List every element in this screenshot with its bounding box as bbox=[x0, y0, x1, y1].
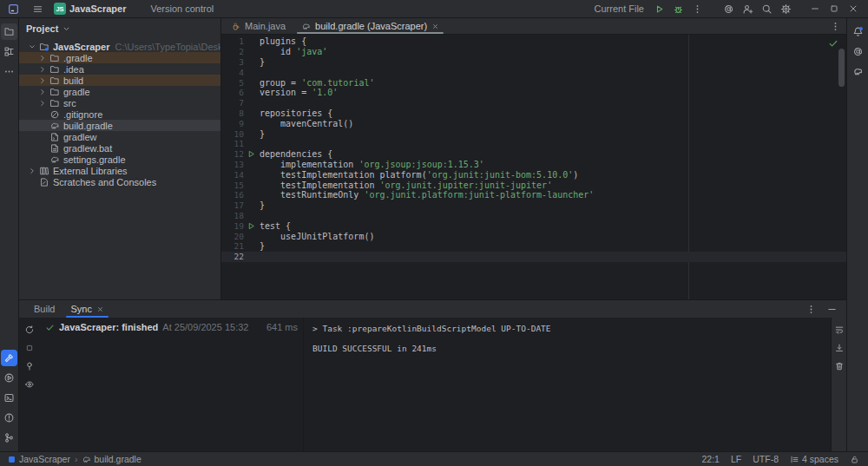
problems-tool-icon[interactable] bbox=[1, 410, 17, 426]
project-widget-label: JavaScraper bbox=[69, 3, 126, 14]
code-text: } bbox=[259, 57, 265, 67]
success-check-icon bbox=[45, 323, 55, 332]
view-options-icon[interactable] bbox=[23, 377, 36, 391]
project-widget[interactable]: JS JavaScraper bbox=[54, 3, 129, 15]
scroll-to-end-icon[interactable] bbox=[832, 341, 846, 355]
notifications-bell-icon[interactable] bbox=[850, 23, 866, 40]
pin-icon[interactable] bbox=[23, 359, 36, 373]
project-panel: Project JavaScraperC:\Users\TypeTopia\De… bbox=[19, 18, 221, 299]
line-number: 7 bbox=[221, 98, 244, 108]
chevron-right-icon[interactable] bbox=[38, 54, 47, 62]
code-text: plugins { bbox=[259, 36, 306, 46]
status-widget-lf[interactable]: LF bbox=[731, 454, 741, 464]
build-panel-header: BuildSync bbox=[19, 300, 846, 318]
chevron-down-icon[interactable] bbox=[28, 43, 36, 51]
stop-icon[interactable] bbox=[23, 341, 36, 355]
tree-item-label: src bbox=[61, 98, 76, 108]
run-gutter-icon[interactable] bbox=[247, 222, 255, 230]
file-writable-lock-icon[interactable] bbox=[850, 455, 859, 464]
line-number: 4 bbox=[221, 68, 244, 77]
project-tree: JavaScraperC:\Users\TypeTopia\Desktop\Ja… bbox=[19, 39, 220, 299]
build-panel-tab-build[interactable]: Build bbox=[26, 300, 62, 318]
more-actions-icon[interactable] bbox=[689, 1, 705, 16]
tab-options-icon[interactable] bbox=[827, 18, 843, 34]
search-everywhere-icon[interactable] bbox=[759, 1, 774, 16]
chevron-right-icon[interactable] bbox=[38, 76, 47, 85]
tree-item--gitignore[interactable]: .gitignore bbox=[19, 108, 220, 120]
build-tool-icon[interactable] bbox=[1, 350, 17, 366]
git-tool-icon[interactable] bbox=[1, 430, 17, 446]
inspections-ok-icon[interactable] bbox=[828, 38, 838, 49]
line-number: 8 bbox=[221, 108, 244, 118]
build-panel-options-icon[interactable] bbox=[803, 301, 819, 317]
more-tool-windows-icon[interactable] bbox=[1, 63, 17, 80]
tree-item-settings-gradle[interactable]: settings.gradle bbox=[19, 154, 220, 165]
run-button[interactable] bbox=[651, 1, 667, 16]
code-line-15: 15 testImplementation 'org.junit.jupiter… bbox=[221, 180, 846, 190]
clear-output-icon[interactable] bbox=[832, 359, 846, 373]
project-tool-icon[interactable] bbox=[1, 23, 17, 40]
tree-item-scratches-and-consoles[interactable]: Scratches and Consoles bbox=[19, 176, 220, 187]
tree-item-javascraper[interactable]: JavaScraperC:\Users\TypeTopia\Desktop\Ja… bbox=[19, 41, 220, 52]
close-tab-icon[interactable] bbox=[431, 23, 439, 30]
app-logo-icon bbox=[5, 1, 21, 16]
chevron-right-icon[interactable] bbox=[28, 167, 36, 175]
close-tab-icon[interactable] bbox=[96, 305, 104, 313]
tree-item-label: JavaScraper bbox=[50, 42, 109, 52]
editor-tab-bar: Main.javabuild.gradle (JavaScraper) bbox=[221, 18, 846, 35]
lib-icon bbox=[39, 166, 49, 176]
debug-button[interactable] bbox=[670, 1, 686, 16]
status-widget-22-1[interactable]: 22:1 bbox=[702, 454, 720, 464]
line-number: 2 bbox=[221, 47, 244, 56]
file-lines-icon bbox=[49, 143, 60, 154]
main-menu-icon[interactable] bbox=[30, 1, 45, 16]
build-panel-toolbar bbox=[19, 318, 40, 451]
ai-assistant-icon[interactable] bbox=[720, 1, 736, 16]
status-widget-utf-8[interactable]: UTF-8 bbox=[753, 454, 779, 464]
window-restore-button[interactable] bbox=[826, 1, 842, 16]
chevron-right-icon[interactable] bbox=[38, 65, 47, 74]
sync-refresh-icon[interactable] bbox=[23, 323, 36, 337]
soft-wrap-icon[interactable] bbox=[832, 323, 846, 337]
project-panel-header[interactable]: Project bbox=[19, 18, 220, 39]
code-line-8: 8repositories { bbox=[221, 108, 846, 119]
tree-item-gradle[interactable]: gradle bbox=[19, 86, 220, 97]
tree-item--idea[interactable]: .idea bbox=[19, 63, 220, 75]
window-close-button[interactable] bbox=[845, 1, 861, 16]
tree-item-build-gradle[interactable]: build.gradle bbox=[19, 120, 220, 131]
status-widget-4-spaces[interactable]: 4 spaces bbox=[790, 454, 838, 464]
ai-assistant-tool-icon[interactable] bbox=[850, 43, 866, 60]
build-panel-hide-icon[interactable] bbox=[824, 301, 839, 317]
tree-item-gradlew-bat[interactable]: gradlew.bat bbox=[19, 142, 220, 154]
chevron-right-icon[interactable] bbox=[38, 88, 47, 96]
folder-icon bbox=[49, 75, 60, 86]
sync-result-row[interactable]: JavaScraper: finished At 25/09/2025 15:3… bbox=[45, 322, 298, 332]
terminal-tool-icon[interactable] bbox=[1, 390, 17, 406]
gradle-tool-icon[interactable] bbox=[850, 63, 866, 80]
tree-item-gradlew[interactable]: gradlew bbox=[19, 131, 220, 142]
code-editor[interactable]: 1plugins {2 id 'java'3}45group = 'com.tu… bbox=[221, 35, 846, 299]
code-with-me-icon[interactable] bbox=[740, 1, 755, 16]
run-config-selector[interactable]: Current File bbox=[595, 3, 648, 14]
settings-gear-icon[interactable] bbox=[778, 1, 793, 16]
line-number: 20 bbox=[221, 232, 244, 241]
breadcrumb-build-gradle[interactable]: build.gradle bbox=[82, 454, 141, 464]
tree-item-build[interactable]: build bbox=[19, 75, 220, 86]
vcs-widget[interactable]: Version control bbox=[150, 3, 217, 14]
editor-tab-main-java[interactable]: Main.java bbox=[223, 18, 293, 34]
breadcrumb-javascraper[interactable]: JavaScraper bbox=[7, 454, 70, 464]
editor-tab-build-gradle-javascraper-[interactable]: build.gradle (JavaScraper) bbox=[293, 18, 447, 34]
editor-scrollbar[interactable] bbox=[838, 49, 845, 87]
build-panel-tab-sync[interactable]: Sync bbox=[62, 300, 111, 318]
window-minimize-button[interactable] bbox=[807, 1, 823, 16]
structure-tool-icon[interactable] bbox=[1, 43, 17, 60]
tree-item--gradle[interactable]: .gradle bbox=[19, 52, 220, 63]
run-gutter-icon[interactable] bbox=[247, 150, 255, 158]
tree-item-external-libraries[interactable]: External Libraries bbox=[19, 165, 220, 176]
build-console-output[interactable]: > Task :prepareKotlinBuildScriptModel UP… bbox=[304, 318, 831, 451]
run-tool-icon[interactable] bbox=[1, 370, 17, 386]
tree-item-src[interactable]: src bbox=[19, 97, 220, 108]
code-text: mavenCentral() bbox=[259, 119, 353, 128]
chevron-right-icon[interactable] bbox=[38, 99, 47, 108]
tree-item-label: .gradle bbox=[61, 53, 93, 63]
